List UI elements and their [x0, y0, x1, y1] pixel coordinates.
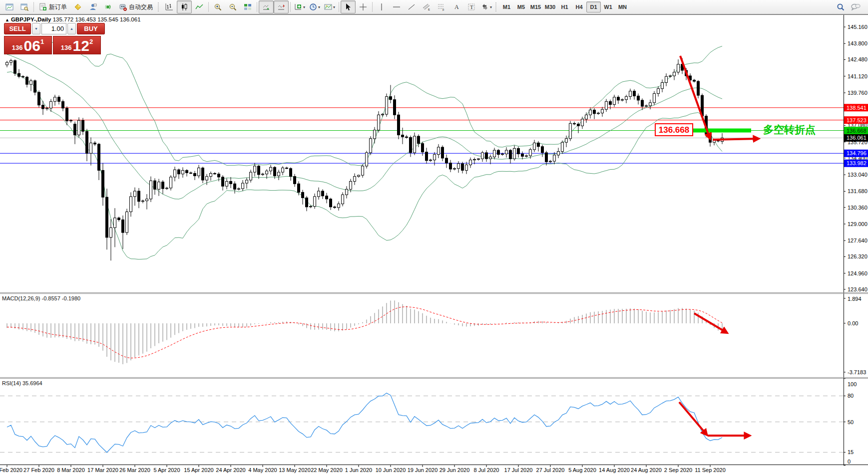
- price-tag-label: 136.668: [847, 128, 867, 134]
- timeframe-m15-button[interactable]: M15: [528, 1, 543, 12]
- volume-decrease-button[interactable]: ▼: [32, 23, 40, 34]
- price-callout-text: 136.668: [659, 125, 689, 135]
- rsi-line: [7, 393, 722, 453]
- market-depth-button[interactable]: [70, 0, 85, 13]
- macd-signal-line: [7, 307, 722, 358]
- dropdown-caret: ▾: [303, 5, 305, 9]
- community-chat-button[interactable]: [848, 0, 863, 13]
- chart-title: ▲GBPJPY-,Daily 135.772 136.453 135.545 1…: [5, 16, 141, 22]
- collapse-arrow-icon[interactable]: ▲: [5, 17, 9, 22]
- text-tool-button[interactable]: A: [449, 0, 464, 13]
- chart-canvas[interactable]: 145.160143.800142.480141.120139.760138.4…: [0, 0, 868, 474]
- templates-button[interactable]: ▾: [322, 0, 337, 13]
- timeframe-m1-button[interactable]: M1: [499, 1, 514, 12]
- dropdown-caret: ▾: [318, 5, 320, 9]
- timeframe-d1-button[interactable]: D1: [586, 1, 601, 12]
- date-tick-label: 10 Jun 2020: [376, 467, 406, 473]
- timeframe-m30-button[interactable]: M30: [543, 1, 557, 12]
- crosshair-tool-button[interactable]: [356, 0, 371, 13]
- date-tick-label: 24 Aug 2020: [631, 467, 662, 473]
- date-tick-label: 8 Jul 2020: [474, 467, 499, 473]
- dropdown-caret: ▾: [333, 5, 335, 9]
- toolbar-separator: [372, 2, 373, 12]
- text-label-tool-button[interactable]: T: [464, 0, 479, 13]
- vertical-line-tool-button[interactable]: [374, 0, 389, 13]
- signals-button[interactable]: [100, 0, 115, 13]
- sell-button[interactable]: SELL: [4, 23, 31, 34]
- green-support-bar[interactable]: [693, 129, 751, 133]
- bar-chart-button[interactable]: [162, 0, 177, 13]
- macd-down-arrow[interactable]: [694, 313, 726, 332]
- vertical-line-icon: [378, 3, 386, 11]
- date-tick-label: 15 Apr 2020: [184, 467, 213, 473]
- new-order-button[interactable]: 新订单: [35, 0, 70, 13]
- cursor-icon: [344, 3, 352, 11]
- cursor-tool-button[interactable]: [341, 0, 356, 13]
- auto-scroll-button[interactable]: [259, 0, 274, 13]
- periods-button[interactable]: ▾: [307, 0, 322, 13]
- trendline-tool-button[interactable]: [404, 0, 419, 13]
- arrows-tool-button[interactable]: ▾: [479, 0, 494, 13]
- date-tick-label: 27 Jul 2020: [536, 467, 565, 473]
- rsi-down-arrow[interactable]: [679, 402, 706, 434]
- date-tick-label: 26 Mar 2020: [119, 467, 150, 473]
- sell-price-display[interactable]: 136061: [4, 36, 52, 54]
- date-tick-label: 14 Aug 2020: [599, 467, 630, 473]
- horizontal-line-icon: [393, 3, 401, 11]
- fibonacci-tool-button[interactable]: F: [434, 0, 449, 13]
- main-chart-panel: [0, 36, 844, 260]
- turning-point-label[interactable]: 多空转折点: [763, 124, 816, 136]
- trade-terminal-button[interactable]: [85, 0, 100, 13]
- indicators-button[interactable]: ▾: [292, 0, 307, 13]
- equidistant-channel-tool-button[interactable]: E: [419, 0, 434, 13]
- chart-shift-button[interactable]: [274, 0, 289, 13]
- svg-text:F: F: [442, 8, 444, 11]
- timeframe-h4-button[interactable]: H4: [572, 1, 586, 12]
- timeframe-w1-button[interactable]: W1: [601, 1, 615, 12]
- price-tag-label: 138.541: [847, 105, 867, 111]
- symbol-name: GBPJPY-,Daily: [11, 16, 51, 22]
- price-tick-label: 129.000: [848, 221, 868, 227]
- timeframe-m5-button[interactable]: M5: [514, 1, 528, 12]
- search-button[interactable]: [833, 0, 848, 13]
- arrow-objects-icon: [481, 3, 489, 11]
- trader-icon: [89, 3, 97, 11]
- profiles-button[interactable]: [17, 0, 32, 13]
- sell-price-prefix: 136: [12, 44, 23, 51]
- buy-price-prefix: 136: [61, 44, 72, 51]
- timeframe-h1-button[interactable]: H1: [557, 1, 572, 12]
- horizontal-line-tool-button[interactable]: [389, 0, 404, 13]
- price-tick-label: 127.640: [848, 237, 868, 243]
- mt4-terminal-window: 新订单 自动交易 ▾ ▾ ▾ E F A T ▾ M1 M5 M15: [0, 0, 868, 474]
- price-tag-label: 134.796: [847, 150, 867, 156]
- candlestick-icon: [180, 3, 188, 11]
- auto-scroll-icon: [262, 3, 270, 11]
- auto-trading-icon: [119, 3, 127, 11]
- auto-trading-button[interactable]: 自动交易: [115, 0, 156, 13]
- buy-button[interactable]: BUY: [77, 23, 105, 34]
- toolbar-separator: [208, 2, 209, 12]
- macd-indicator-label: MACD(12,26,9) -0.8557 -0.1980: [2, 295, 80, 301]
- signals-icon: [104, 3, 112, 11]
- toolbar-gripper: [158, 2, 160, 11]
- buy-price-display[interactable]: 136122: [53, 36, 101, 54]
- zoom-in-button[interactable]: [210, 0, 225, 13]
- volume-increase-button[interactable]: ▲: [67, 23, 76, 34]
- date-tick-label: 13 May 2020: [279, 467, 311, 473]
- date-tick-label: 17 Mar 2020: [87, 467, 118, 473]
- volume-input[interactable]: [41, 23, 66, 34]
- zoom-out-button[interactable]: [225, 0, 240, 13]
- toolbar-separator: [339, 2, 339, 12]
- auto-trading-label: 自动交易: [129, 3, 153, 11]
- dropdown-caret: ▾: [490, 5, 492, 9]
- main-right-arrow[interactable]: [713, 139, 758, 140]
- line-chart-button[interactable]: [192, 0, 207, 13]
- date-tick-label: 8 Mar 2020: [57, 467, 85, 473]
- new-order-label: 新订单: [49, 3, 67, 11]
- new-chart-window-button[interactable]: [2, 0, 17, 13]
- sell-price-point: 1: [40, 38, 44, 45]
- timeframe-mn-button[interactable]: MN: [615, 1, 630, 12]
- tile-windows-button[interactable]: [240, 0, 255, 13]
- candlestick-chart-button[interactable]: [177, 0, 192, 13]
- clock-icon: [309, 3, 317, 11]
